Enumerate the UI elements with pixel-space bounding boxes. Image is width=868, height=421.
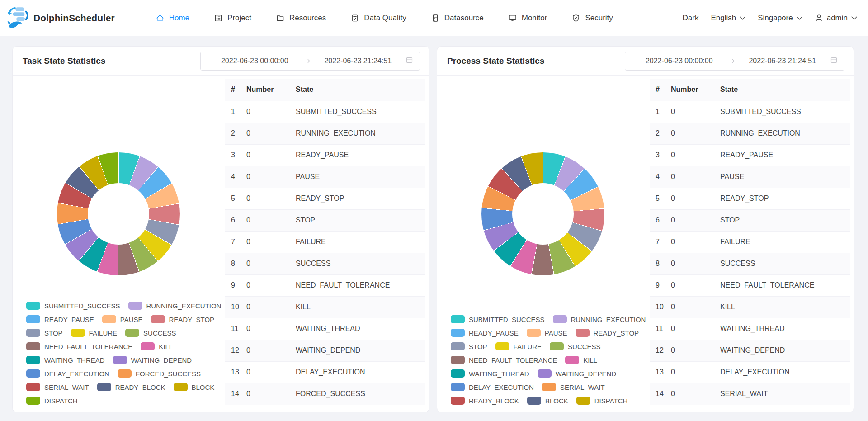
- legend-item[interactable]: READY_BLOCK: [97, 383, 165, 391]
- legend-item[interactable]: KILL: [141, 342, 173, 350]
- legend-swatch: [151, 315, 165, 323]
- legend-label: SUBMITTED_SUCCESS: [44, 302, 120, 310]
- date-start[interactable]: 2022-06-23 00:00:00: [207, 57, 302, 65]
- process-chart-legend: SUBMITTED_SUCCESSRUNNING_EXECUTIONREADY_…: [451, 312, 646, 407]
- legend-label: WAITING_DEPEND: [131, 356, 192, 364]
- legend-label: READY_STOP: [169, 316, 215, 323]
- legend-item[interactable]: NEED_FAULT_TOLERANCE: [26, 342, 132, 350]
- table-cell: 8: [225, 253, 246, 274]
- legend-item[interactable]: RUNNING_EXECUTION: [128, 302, 222, 310]
- table-row: 140FORCED_SUCCESS: [225, 383, 425, 405]
- brand[interactable]: DolphinScheduler: [6, 5, 115, 31]
- timezone-select[interactable]: Singapore: [758, 14, 802, 23]
- legend-item[interactable]: KILL: [565, 356, 597, 364]
- legend-item[interactable]: SUBMITTED_SUCCESS: [451, 315, 545, 323]
- legend-label: STOP: [469, 343, 487, 350]
- nav-item-resources[interactable]: Resources: [276, 14, 326, 23]
- legend-item[interactable]: SERIAL_WAIT: [26, 383, 89, 391]
- legend-row: SUBMITTED_SUCCESSRUNNING_EXECUTION: [26, 299, 221, 312]
- legend-swatch: [102, 315, 116, 323]
- legend-item[interactable]: NEED_FAULT_TOLERANCE: [451, 356, 557, 364]
- legend-row: WAITING_THREADWAITING_DEPEND: [26, 353, 221, 367]
- table-row: 80SUCCESS: [225, 253, 425, 274]
- table-cell: NEED_FAULT_TOLERANCE: [720, 274, 850, 296]
- nav-label: Project: [227, 14, 251, 23]
- nav-item-home[interactable]: Home: [156, 14, 189, 23]
- language-select[interactable]: English: [711, 14, 745, 23]
- legend-row: SUBMITTED_SUCCESSRUNNING_EXECUTION: [451, 312, 646, 326]
- legend-item[interactable]: SUCCESS: [125, 329, 176, 337]
- legend-swatch: [565, 356, 579, 364]
- date-end[interactable]: 2022-06-23 21:24:51: [311, 57, 406, 65]
- table-cell: 12: [225, 340, 246, 361]
- legend-item[interactable]: FAILURE: [71, 329, 118, 337]
- legend-item[interactable]: BLOCK: [174, 383, 215, 391]
- legend-item[interactable]: RUNNING_EXECUTION: [553, 315, 646, 323]
- table-row: 20RUNNING_EXECUTION: [225, 123, 425, 144]
- legend-item[interactable]: READY_PAUSE: [26, 315, 94, 323]
- table-row: 30READY_PAUSE: [650, 144, 850, 166]
- table-row: 70FAILURE: [225, 231, 425, 253]
- legend-item[interactable]: WAITING_THREAD: [26, 356, 105, 364]
- legend-item[interactable]: DISPATCH: [26, 397, 78, 405]
- nav-item-data-quality[interactable]: Data Quality: [350, 14, 406, 23]
- table-cell: 0: [246, 231, 296, 253]
- legend-item[interactable]: READY_PAUSE: [451, 329, 519, 337]
- legend-item[interactable]: FORCED_SUCCESS: [118, 369, 201, 378]
- nav-item-project[interactable]: Project: [214, 14, 251, 23]
- legend-item[interactable]: WAITING_DEPEND: [538, 369, 616, 378]
- table-cell: 0: [671, 188, 720, 209]
- legend-item[interactable]: STOP: [451, 342, 487, 350]
- legend-swatch: [97, 383, 111, 391]
- table-cell: 0: [246, 274, 296, 296]
- date-end[interactable]: 2022-06-23 21:24:51: [735, 57, 830, 65]
- legend-item[interactable]: DELAY_EXECUTION: [26, 369, 109, 378]
- legend-item[interactable]: SUCCESS: [550, 342, 601, 350]
- table-cell: 0: [671, 296, 720, 318]
- legend-item[interactable]: STOP: [26, 329, 63, 337]
- date-start[interactable]: 2022-06-23 00:00:00: [632, 57, 727, 65]
- process-state-donut-chart[interactable]: [481, 152, 604, 275]
- legend-item[interactable]: DISPATCH: [576, 397, 628, 405]
- legend-swatch: [113, 356, 127, 364]
- legend-item[interactable]: READY_STOP: [151, 315, 215, 323]
- table-cell: SUBMITTED_SUCCESS: [720, 101, 850, 123]
- theme-toggle-button[interactable]: Dark: [683, 14, 699, 23]
- legend-item[interactable]: DELAY_EXECUTION: [451, 383, 534, 391]
- legend-item[interactable]: PAUSE: [102, 315, 143, 323]
- legend-item[interactable]: BLOCK: [527, 397, 568, 405]
- top-navbar: DolphinScheduler Home Project: [0, 0, 868, 36]
- legend-item[interactable]: READY_BLOCK: [451, 397, 519, 405]
- legend-label: DISPATCH: [594, 397, 628, 405]
- nav-item-security[interactable]: Security: [571, 14, 613, 23]
- date-range-picker[interactable]: 2022-06-23 00:00:00 2022-06-23 21:24:51: [200, 52, 420, 71]
- legend-item[interactable]: FAILURE: [495, 342, 542, 350]
- legend-item[interactable]: SUBMITTED_SUCCESS: [26, 302, 120, 310]
- legend-label: BLOCK: [545, 397, 568, 405]
- process-state-card: Process State Statistics 2022-06-23 00:0…: [437, 46, 854, 412]
- legend-item[interactable]: READY_STOP: [576, 329, 639, 337]
- legend-swatch: [174, 383, 188, 391]
- nav-label: Data Quality: [364, 14, 406, 23]
- task-state-donut-chart[interactable]: [57, 152, 180, 275]
- legend-swatch: [451, 369, 465, 378]
- nav-item-monitor[interactable]: Monitor: [508, 14, 547, 23]
- date-range-picker[interactable]: 2022-06-23 00:00:00 2022-06-23 21:24:51: [625, 52, 844, 71]
- legend-swatch: [141, 342, 155, 350]
- legend-item[interactable]: WAITING_DEPEND: [113, 356, 192, 364]
- legend-swatch: [538, 369, 552, 378]
- table-header-row: #NumberState: [225, 79, 425, 101]
- legend-item[interactable]: PAUSE: [527, 329, 567, 337]
- table-cell: 4: [650, 166, 671, 188]
- legend-item[interactable]: WAITING_THREAD: [451, 369, 529, 378]
- table-row: 100KILL: [225, 296, 425, 318]
- nav-item-datasource[interactable]: Datasource: [431, 14, 484, 23]
- table-cell: 0: [671, 166, 720, 188]
- legend-label: RUNNING_EXECUTION: [146, 302, 222, 310]
- legend-item[interactable]: SERIAL_WAIT: [542, 383, 605, 391]
- column-header: Number: [246, 79, 296, 101]
- table-cell: 5: [225, 188, 246, 209]
- legend-label: RUNNING_EXECUTION: [571, 316, 646, 323]
- user-menu[interactable]: admin: [815, 14, 857, 23]
- table-cell: 0: [671, 209, 720, 231]
